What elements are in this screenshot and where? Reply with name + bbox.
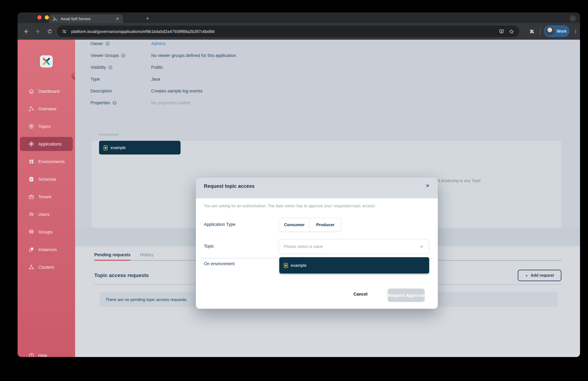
info-icon[interactable]: i [121, 53, 125, 57]
sidebar-item-dashboard[interactable]: Dashboard [20, 84, 73, 98]
cancel-button[interactable]: Cancel [346, 292, 375, 296]
detail-row-description: Description Creates sample log-events [90, 87, 202, 95]
profile-chip[interactable]: Work [544, 25, 569, 37]
reload-icon[interactable] [44, 26, 55, 37]
toolbar-separator [540, 27, 541, 35]
tab-search-icon[interactable]: ⌄ [569, 15, 576, 22]
new-tab-button[interactable]: + [144, 14, 152, 23]
favicon-axual-icon [53, 16, 58, 21]
detail-row-viewer-groups: Viewer Groupsi No viewer groups defined … [90, 51, 236, 59]
traffic-light-close[interactable] [37, 15, 42, 20]
application-type-label: Application Type [204, 222, 235, 227]
detail-value: No viewer groups defined for this applic… [151, 53, 236, 58]
sidebar-item-instances[interactable]: Instances [20, 243, 73, 257]
empty-state-text: There are no pending topic access reques… [105, 297, 188, 302]
detail-row-visibility: Visibilityi Public [90, 63, 163, 71]
sidebar-item-label: Environments [38, 159, 65, 164]
on-environment-label: On environment [204, 261, 234, 266]
detail-value: Java [151, 77, 160, 81]
sidebar-item-label: Instances [38, 247, 57, 252]
help-icon [28, 352, 35, 357]
info-icon[interactable]: i [112, 101, 116, 105]
consumer-button[interactable]: Consumer [279, 218, 310, 231]
site-settings-icon[interactable] [62, 29, 67, 34]
detail-label: Viewer Groups [90, 53, 119, 58]
active-tab-underline [94, 260, 130, 261]
tab-pending-requests[interactable]: Pending requests [94, 252, 130, 257]
forward-icon[interactable] [33, 26, 43, 37]
detail-row-owner: Owneri Admins [90, 40, 166, 47]
owner-link[interactable]: Admins [151, 41, 166, 46]
sidebar-item-label: Users [38, 212, 50, 217]
tab-history[interactable]: History [140, 252, 153, 257]
modal-helper-text: You are asking for an authorisation. The… [204, 204, 377, 208]
sidebar-item-label: Schemas [38, 177, 56, 181]
chevron-down-icon [419, 244, 424, 249]
detail-value: Creates sample log-events [151, 89, 202, 93]
detail-label: Owner [90, 41, 103, 46]
url-text[interactable]: platform.local/governance/applications/e… [71, 29, 499, 34]
modal-title: Request topic access [204, 183, 254, 189]
install-icon[interactable] [499, 29, 504, 34]
sidebar-item-tenant[interactable]: Tenant [20, 190, 73, 204]
browser-menu-dots-icon[interactable] [570, 26, 580, 37]
detail-label: Type [90, 77, 100, 81]
add-request-button[interactable]: + Add request [518, 270, 562, 281]
home-icon [28, 88, 35, 94]
app-area: ‹ Dashboard Overview Topics Applications [18, 40, 580, 357]
tab-close-icon[interactable]: ✕ [116, 16, 119, 21]
detail-label: Description [90, 89, 112, 93]
sidebar-item-label: Topics [38, 124, 51, 129]
modal-environment-chip[interactable]: example [279, 257, 429, 273]
detail-label: Visibility [90, 65, 106, 69]
sidebar-item-schemas[interactable]: Schemas [20, 172, 73, 186]
browser-tab-strip: Axual Self Service ✕ + ⌄ [18, 12, 580, 23]
sidebar-item-help[interactable]: Help [20, 348, 73, 357]
sidebar-item-label: Overview [38, 106, 56, 111]
browser-window: Axual Self Service ✕ + ⌄ [18, 12, 580, 357]
bookmark-star-icon[interactable] [509, 29, 514, 34]
schemas-clipboard-icon [28, 176, 35, 182]
sidebar-item-environments[interactable]: Environments [20, 155, 73, 169]
info-icon[interactable]: i [105, 42, 110, 45]
sidebar-item-label: Dashboard [38, 89, 60, 93]
producer-button[interactable]: Producer [310, 218, 341, 231]
sidebar-item-label: Groups [38, 229, 53, 234]
modal-environment-chip-label: example [291, 263, 306, 268]
traffic-light-minimize[interactable] [45, 15, 49, 20]
request-topic-access-modal: Request topic access ✕ You are asking fo… [196, 178, 438, 309]
modal-body: You are asking for an authorisation. The… [196, 198, 438, 309]
topic-select[interactable]: Please select a value [279, 239, 429, 254]
detail-row-properties: Propertiesi No properties added [90, 99, 190, 107]
modal-header: Request topic access ✕ [196, 178, 438, 198]
environment-card-label: Environment [99, 133, 118, 136]
browser-toolbar: platform.local/governance/applications/e… [18, 23, 580, 40]
back-icon[interactable] [21, 26, 31, 37]
environments-grid-icon [28, 158, 35, 165]
address-bar[interactable]: platform.local/governance/applications/e… [57, 26, 519, 37]
environment-chip-background[interactable]: example [99, 141, 181, 155]
modal-close-icon[interactable]: ✕ [424, 183, 431, 189]
sidebar-item-topics[interactable]: Topics [20, 119, 73, 134]
request-approval-button[interactable]: Request Approval [388, 289, 425, 302]
topic-label: Topic [204, 244, 214, 248]
users-icon [28, 211, 35, 218]
detail-row-type: Type Java [90, 75, 160, 83]
sidebar-item-applications[interactable]: Applications [20, 137, 73, 151]
tenant-briefcase-icon [28, 194, 35, 200]
sidebar-item-label: Applications [38, 142, 62, 146]
axual-logo [40, 55, 53, 67]
topic-select-placeholder: Please select a value [284, 244, 419, 249]
extensions-puzzle-icon[interactable] [527, 26, 537, 37]
environment-chip-icon [284, 263, 288, 268]
sidebar-item-users[interactable]: Users [20, 207, 73, 221]
sidebar: ‹ Dashboard Overview Topics Applications [18, 40, 75, 357]
sidebar-item-clusters[interactable]: Clusters [20, 260, 73, 274]
sidebar-item-overview[interactable]: Overview [20, 102, 73, 116]
plus-icon: + [525, 273, 528, 278]
add-request-label: Add request [531, 273, 554, 278]
sidebar-item-groups[interactable]: Groups [20, 225, 73, 239]
sidebar-item-label: Tenant [38, 194, 51, 199]
info-icon[interactable]: i [108, 65, 112, 69]
browser-tab[interactable]: Axual Self Service ✕ [49, 14, 123, 23]
